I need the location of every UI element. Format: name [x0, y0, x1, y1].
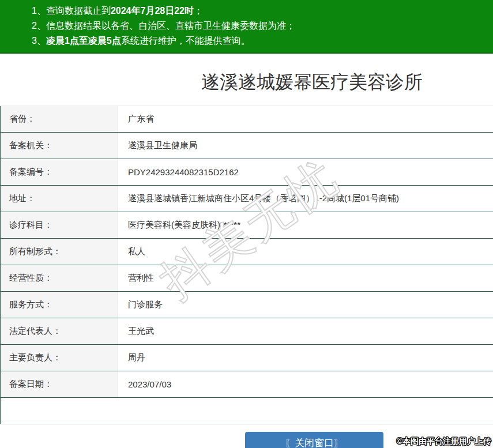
row-label-filing-authority: 备案机关： — [1, 133, 118, 159]
row-label-filing-number: 备案编号： — [1, 159, 118, 186]
row-label-service-mode: 服务方式： — [1, 292, 118, 318]
row-label-principal: 主要负责人： — [1, 345, 118, 371]
table-row: 经营性质： 营利性 — [1, 265, 493, 292]
row-value-business-nature: 营利性 — [118, 265, 493, 292]
table-row: 备案编号： PDY24293244082315D2162 — [1, 159, 493, 186]
table-row: 法定代表人： 王光武 — [1, 318, 493, 345]
row-value-address: 遂溪县遂城镇香江新城商住小区4号楼（香茗阁）1-2商城(1层01号商铺) — [118, 186, 493, 212]
table-row: 备案日期： 2023/07/03 — [1, 371, 493, 398]
row-value-legal-representative: 王光武 — [118, 318, 493, 345]
row-label-province: 省份： — [1, 106, 118, 133]
table-row: 诊疗科目： 医疗美容科(美容皮肤科)****** — [1, 212, 493, 239]
table-footer-cell — [1, 398, 493, 424]
row-value-filing-authority: 遂溪县卫生健康局 — [118, 133, 493, 159]
table-footer-row — [1, 398, 493, 424]
row-label-legal-representative: 法定代表人： — [1, 318, 118, 345]
upload-copyright-stamp: ©本图由平台注册用户上传 — [397, 436, 491, 447]
title-section: 遂溪遂城媛幂医疗美容诊所 — [0, 54, 493, 106]
table-row: 主要负责人： 周丹 — [1, 345, 493, 371]
row-label-address: 地址： — [1, 186, 118, 212]
row-value-service-mode: 门诊服务 — [118, 292, 493, 318]
record-table: 省份： 广东省 备案机关： 遂溪县卫生健康局 备案编号： PDY24293244… — [0, 106, 493, 424]
close-window-button[interactable]: 〖关闭窗口〗 — [245, 432, 383, 448]
row-value-filing-date: 2023/07/03 — [118, 371, 493, 398]
notice-line-3: 3、凌晨1点至凌晨5点系统进行维护，不能提供查询。 — [32, 33, 487, 48]
row-value-principal: 周丹 — [118, 345, 493, 371]
table-row: 省份： 广东省 — [1, 106, 493, 133]
table-row: 地址： 遂溪县遂城镇香江新城商住小区4号楼（香茗阁）1-2商城(1层01号商铺) — [1, 186, 493, 212]
row-value-province: 广东省 — [118, 106, 493, 133]
row-label-departments: 诊疗科目： — [1, 212, 118, 239]
notice-line-2: 2、信息数据结果以各省、自治区、直辖市卫生健康委数据为准； — [32, 18, 487, 33]
table-row: 所有制形式： 私人 — [1, 239, 493, 265]
notice-banner: 1、查询数据截止到2024年7月28日22时； 2、信息数据结果以各省、自治区、… — [0, 0, 493, 54]
row-label-business-nature: 经营性质： — [1, 265, 118, 292]
row-label-ownership: 所有制形式： — [1, 239, 118, 265]
row-label-filing-date: 备案日期： — [1, 371, 118, 398]
table-row: 服务方式： 门诊服务 — [1, 292, 493, 318]
row-value-departments: 医疗美容科(美容皮肤科)****** — [118, 212, 493, 239]
table-row: 备案机关： 遂溪县卫生健康局 — [1, 133, 493, 159]
row-value-ownership: 私人 — [118, 239, 493, 265]
notice-line-1: 1、查询数据截止到2024年7月28日22时； — [32, 3, 487, 18]
row-value-filing-number: PDY24293244082315D2162 — [118, 159, 493, 186]
page-title: 遂溪遂城媛幂医疗美容诊所 — [131, 70, 493, 94]
